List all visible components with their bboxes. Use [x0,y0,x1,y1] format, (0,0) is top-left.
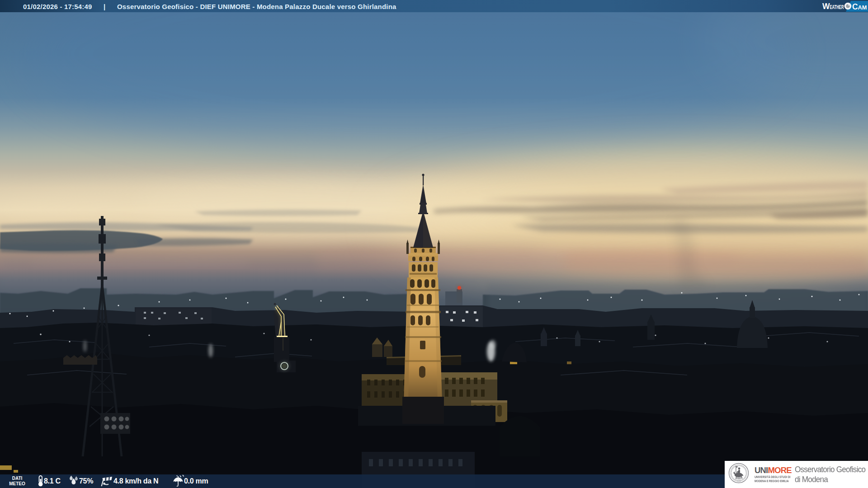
svg-text:1175: 1175 [736,480,741,482]
svg-text:EATHER: EATHER [830,4,844,10]
svg-text:C: C [852,2,858,11]
svg-text:AM: AM [858,5,867,11]
svg-text:W: W [822,2,830,11]
